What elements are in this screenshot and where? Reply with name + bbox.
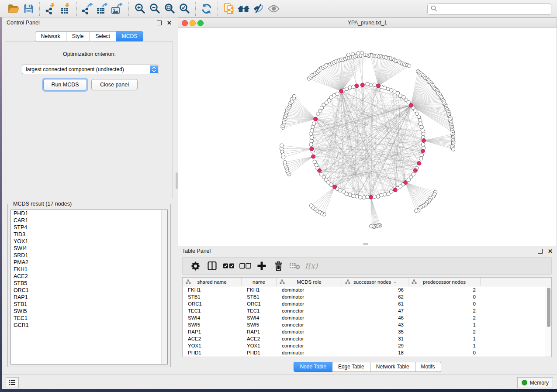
table-scrollbar[interactable] <box>546 286 551 357</box>
network-node[interactable] <box>309 132 313 136</box>
mcds-result-item[interactable]: TEC1 <box>11 315 167 322</box>
clear-checks-icon[interactable] <box>237 259 253 273</box>
network-node[interactable] <box>309 143 313 146</box>
table-row[interactable]: YOX1YOX1connector291 <box>183 342 551 349</box>
network-node[interactable] <box>310 139 313 143</box>
mcds-result-item[interactable]: CAR1 <box>11 217 167 224</box>
network-node[interactable] <box>366 83 369 86</box>
window-close-icon[interactable] <box>182 20 188 26</box>
network-node[interactable] <box>419 157 422 160</box>
search-box[interactable] <box>427 3 551 15</box>
network-node[interactable] <box>422 143 425 146</box>
network-node[interactable] <box>383 193 387 196</box>
network-node[interactable] <box>362 196 366 199</box>
table-row[interactable]: ACE2ACE2connector311 <box>183 335 551 342</box>
import-network-icon[interactable] <box>43 2 58 15</box>
network-node[interactable] <box>310 129 314 132</box>
mcds-result-item[interactable]: SWI4 <box>11 245 167 252</box>
tab-network[interactable]: Network <box>35 31 66 41</box>
table-row[interactable]: SWI4SWI4dominator462 <box>183 314 551 321</box>
save-session-icon[interactable] <box>21 2 36 15</box>
horizontal-splitter-handle[interactable] <box>363 243 368 245</box>
mcds-result-list[interactable]: PHD1CAR1STP4TID3YOX1SWI4SRD1PMA2FKH1ACE2… <box>10 210 168 364</box>
mcds-hub-node[interactable] <box>318 168 322 172</box>
network-node[interactable] <box>420 153 423 157</box>
network-node[interactable] <box>420 125 423 129</box>
mcds-hub-node[interactable] <box>310 147 314 151</box>
network-node[interactable] <box>407 178 410 181</box>
column-header-predecessor-nodes[interactable]: predecessor nodes <box>408 278 481 286</box>
select-all-checks-icon[interactable] <box>220 259 237 273</box>
task-history-button[interactable] <box>6 377 19 388</box>
export-table-icon[interactable] <box>95 2 110 15</box>
mcds-result-item[interactable]: STB1 <box>11 301 167 308</box>
table-row[interactable]: SWI5SWI5connector431 <box>183 321 551 328</box>
close-panel-button[interactable]: Close panel <box>91 79 138 90</box>
table-row[interactable]: PHD1PHD1dominator180 <box>183 349 551 356</box>
network-node[interactable] <box>369 83 373 87</box>
first-neighbors-icon[interactable] <box>236 2 251 15</box>
leaf-node[interactable] <box>351 52 355 56</box>
network-node[interactable] <box>387 192 390 196</box>
mcds-result-item[interactable]: STB5 <box>11 280 167 287</box>
mcds-hub-node[interactable] <box>422 138 426 142</box>
network-node[interactable] <box>348 86 352 89</box>
run-mcds-button[interactable]: Run MCDS <box>43 79 87 90</box>
close-icon[interactable]: ✕ <box>548 249 553 253</box>
split-columns-icon[interactable] <box>204 259 220 273</box>
tab-edge-table[interactable]: Edge Table <box>332 362 370 372</box>
tab-mcds[interactable]: MCDS <box>116 31 143 41</box>
table-row[interactable]: STB1STB1dominator620 <box>183 293 551 300</box>
tab-style[interactable]: Style <box>66 31 90 41</box>
leaf-node[interactable] <box>292 94 296 98</box>
float-icon[interactable] <box>538 249 543 254</box>
table-scrollbar-thumb[interactable] <box>547 288 550 327</box>
network-node[interactable] <box>422 132 425 136</box>
network-node[interactable] <box>320 172 323 176</box>
tab-select[interactable]: Select <box>90 31 116 41</box>
network-node[interactable] <box>419 122 422 125</box>
network-node[interactable] <box>336 92 339 96</box>
tab-network-table[interactable]: Network Table <box>370 362 415 372</box>
network-node[interactable] <box>376 195 380 198</box>
table-row[interactable]: RAP1RAP1dominator352 <box>183 328 551 335</box>
mcds-result-item[interactable]: GCR1 <box>11 322 167 329</box>
network-node[interactable] <box>419 118 422 122</box>
network-node[interactable] <box>373 195 376 198</box>
zoom-out-icon[interactable] <box>147 2 162 15</box>
zoom-fit-icon[interactable] <box>162 2 177 15</box>
leaf-node[interactable] <box>415 209 418 213</box>
mcds-result-item[interactable]: TID3 <box>11 231 167 238</box>
mcds-result-item[interactable]: STP4 <box>11 224 167 231</box>
table-row[interactable]: ORC1ORC1dominator610 <box>183 300 551 307</box>
memory-button[interactable]: Memory <box>517 377 553 388</box>
network-node[interactable] <box>355 195 359 198</box>
network-node[interactable] <box>366 195 369 199</box>
open-session-icon[interactable] <box>6 2 21 15</box>
leaf-node[interactable] <box>356 52 360 55</box>
mcds-result-item[interactable]: PMA2 <box>11 259 167 266</box>
mcds-result-item[interactable]: RAP1 <box>11 294 167 301</box>
mcds-hub-node[interactable] <box>339 89 343 93</box>
leaf-node[interactable] <box>346 53 350 57</box>
mcds-result-item[interactable]: SWI5 <box>11 308 167 315</box>
mcds-hub-node[interactable] <box>393 188 397 192</box>
column-header-successor-nodes[interactable]: successor nodes⌄ <box>342 278 408 286</box>
import-table-icon[interactable] <box>58 2 73 15</box>
close-icon[interactable]: ✕ <box>167 21 172 25</box>
network-node[interactable] <box>398 94 402 97</box>
search-input[interactable] <box>439 5 551 14</box>
window-maximize-icon[interactable] <box>197 20 204 26</box>
mcds-hub-node[interactable] <box>360 83 364 87</box>
network-node[interactable] <box>417 115 421 118</box>
optimization-criterion-select[interactable]: largest connected component (undirected) <box>22 65 159 74</box>
mcds-hub-node[interactable] <box>333 185 337 189</box>
network-node[interactable] <box>342 190 345 193</box>
leaf-node[interactable] <box>360 51 363 55</box>
network-node[interactable] <box>310 136 313 139</box>
mcds-hub-node[interactable] <box>369 195 373 199</box>
export-image-icon[interactable] <box>110 2 125 15</box>
settings-icon[interactable] <box>187 259 204 273</box>
column-header-name[interactable]: name <box>242 278 277 286</box>
leaf-node[interactable] <box>407 64 411 68</box>
